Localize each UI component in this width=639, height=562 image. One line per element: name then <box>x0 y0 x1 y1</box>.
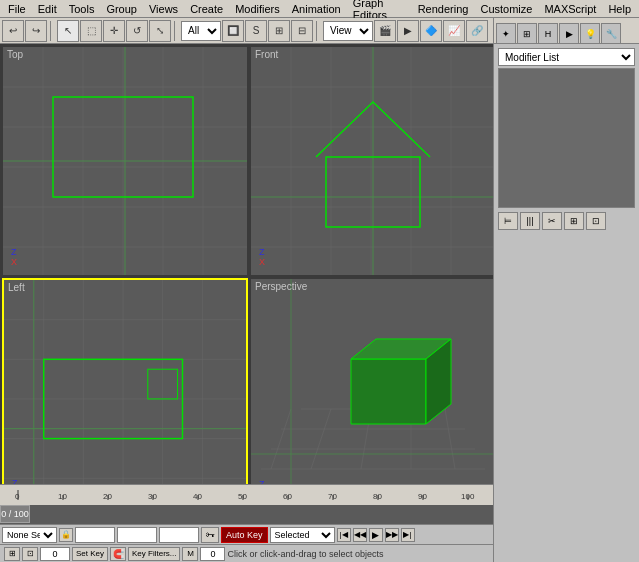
status-bar: ⊞ ⊡ Set Key 🧲 Key Filters... M Click or … <box>0 544 493 562</box>
time-field[interactable] <box>40 547 70 561</box>
svg-marker-51 <box>351 359 426 424</box>
status-text: Click or click-and-drag to select object… <box>227 549 489 559</box>
snap2d-button[interactable]: S <box>245 20 267 42</box>
toolbar-sep2 <box>174 21 178 41</box>
select-button[interactable]: ↖ <box>57 20 79 42</box>
next-key-button[interactable]: ▶▶ <box>385 528 399 542</box>
scale-button[interactable]: ⤡ <box>149 20 171 42</box>
key-icon: 🗝 <box>201 527 219 543</box>
panel-tab-motion[interactable]: ▶ <box>559 23 579 43</box>
menu-edit[interactable]: Edit <box>32 2 63 16</box>
toolbar-sep3 <box>316 21 320 41</box>
menu-help[interactable]: Help <box>602 2 637 16</box>
render-setup-button[interactable]: 🎬 <box>374 20 396 42</box>
menu-maxscript[interactable]: MAXScript <box>538 2 602 16</box>
menu-file[interactable]: File <box>2 2 32 16</box>
time-marker: 0 / 100 <box>0 505 30 523</box>
mirror-button[interactable]: ⊞ <box>268 20 290 42</box>
viewport-perspective[interactable]: Perspective <box>250 278 496 508</box>
key-filters-button[interactable]: Key Filters... <box>128 547 180 561</box>
menu-tools[interactable]: Tools <box>63 2 101 16</box>
material-editor-button[interactable]: 🔷 <box>420 20 442 42</box>
right-panel: ✦ ⊞ H ▶ 💡 🔧 Modifier List ⊨ ||| ✂ ⊞ ⊡ <box>493 18 639 562</box>
perspective-grid <box>251 279 495 507</box>
svg-text:60: 60 <box>283 492 292 501</box>
svg-text:80: 80 <box>373 492 382 501</box>
selected-dropdown[interactable]: Selected <box>270 527 335 543</box>
viewport-left[interactable]: Left Z <box>2 278 248 508</box>
snap-button[interactable]: 🔲 <box>222 20 244 42</box>
rotate-button[interactable]: ↺ <box>126 20 148 42</box>
filter-select[interactable]: All <box>181 21 221 41</box>
viewport-top[interactable]: Top Z X <box>2 46 248 276</box>
svg-text:30: 30 <box>148 492 157 501</box>
redo-button[interactable]: ↪ <box>25 20 47 42</box>
set-key-button[interactable]: Set Key <box>72 547 108 561</box>
mini-btn-3[interactable]: M <box>182 547 198 561</box>
panel-tab-create[interactable]: ✦ <box>496 23 516 43</box>
align-button[interactable]: ⊟ <box>291 20 313 42</box>
schematic-view-button[interactable]: 🔗 <box>466 20 488 42</box>
viewport-perspective-label: Perspective <box>255 281 307 292</box>
svg-text:0: 0 <box>15 492 20 501</box>
panel-btn-5[interactable]: ⊡ <box>586 212 606 230</box>
viewport-area: Top Z X <box>0 44 493 506</box>
svg-text:100: 100 <box>461 492 475 501</box>
panel-btn-4[interactable]: ⊞ <box>564 212 584 230</box>
modifier-list-dropdown[interactable]: Modifier List <box>498 48 635 66</box>
main-toolbar: ↩ ↪ ↖ ⬚ ✛ ↺ ⤡ All 🔲 S ⊞ ⊟ View 🎬 ▶ 🔷 📈 🔗 <box>0 18 493 44</box>
time-ruler: 0 10 20 30 40 50 60 70 80 90 100 <box>0 484 493 504</box>
svg-text:20: 20 <box>103 492 112 501</box>
move-button[interactable]: ✛ <box>103 20 125 42</box>
panel-tab-display[interactable]: 💡 <box>580 23 600 43</box>
menu-customize[interactable]: Customize <box>474 2 538 16</box>
y-coord-input[interactable] <box>117 527 157 543</box>
modifier-stack <box>498 68 635 208</box>
mini-btn-2[interactable]: ⊡ <box>22 547 38 561</box>
svg-text:70: 70 <box>328 492 337 501</box>
svg-line-44 <box>271 409 291 469</box>
panel-content: Modifier List ⊨ ||| ✂ ⊞ ⊡ <box>494 44 639 234</box>
top-grid <box>3 47 247 275</box>
time-slider[interactable]: 0 / 100 <box>0 505 493 523</box>
time-display: 0 / 100 <box>1 509 29 519</box>
snap-magnet-icon[interactable]: 🧲 <box>110 547 126 561</box>
panel-btn-2[interactable]: ||| <box>520 212 540 230</box>
viewport-top-label: Top <box>7 49 23 60</box>
time-slider-row: 0 / 100 <box>0 504 493 524</box>
svg-text:40: 40 <box>193 492 202 501</box>
mini-btn-1[interactable]: ⊞ <box>4 547 20 561</box>
z-coord-input[interactable] <box>159 527 199 543</box>
svg-text:90: 90 <box>418 492 427 501</box>
menu-animation[interactable]: Animation <box>286 2 347 16</box>
select-region-button[interactable]: ⬚ <box>80 20 102 42</box>
curve-editor-button[interactable]: 📈 <box>443 20 465 42</box>
menu-create[interactable]: Create <box>184 2 229 16</box>
auto-key-button[interactable]: Auto Key <box>221 527 268 543</box>
view-mode-select[interactable]: View <box>323 21 373 41</box>
prev-frame-button[interactable]: |◀ <box>337 528 351 542</box>
panel-tab-hierarchy[interactable]: H <box>538 23 558 43</box>
menu-rendering[interactable]: Rendering <box>412 2 475 16</box>
viewport-front[interactable]: Front Z X <box>250 46 496 276</box>
animation-controls-row: None Se 🔒 🗝 Auto Key Selected |◀ ◀◀ ▶ ▶▶… <box>0 524 493 544</box>
next-frame-button[interactable]: ▶| <box>401 528 415 542</box>
panel-btn-3[interactable]: ✂ <box>542 212 562 230</box>
panel-tab-utilities[interactable]: 🔧 <box>601 23 621 43</box>
panel-tab-modify[interactable]: ⊞ <box>517 23 537 43</box>
svg-text:50: 50 <box>238 492 247 501</box>
panel-btn-1[interactable]: ⊨ <box>498 212 518 230</box>
menu-modifiers[interactable]: Modifiers <box>229 2 286 16</box>
filter-select-anim[interactable]: None Se <box>2 527 57 543</box>
x-coord-input[interactable] <box>75 527 115 543</box>
viewport-front-label: Front <box>255 49 278 60</box>
prev-key-button[interactable]: ◀◀ <box>353 528 367 542</box>
frame-count-field[interactable] <box>200 547 225 561</box>
render-button[interactable]: ▶ <box>397 20 419 42</box>
play-button[interactable]: ▶ <box>369 528 383 542</box>
front-grid <box>251 47 495 275</box>
undo-button[interactable]: ↩ <box>2 20 24 42</box>
menu-group[interactable]: Group <box>100 2 143 16</box>
menu-views[interactable]: Views <box>143 2 184 16</box>
lock-button[interactable]: 🔒 <box>59 528 73 542</box>
